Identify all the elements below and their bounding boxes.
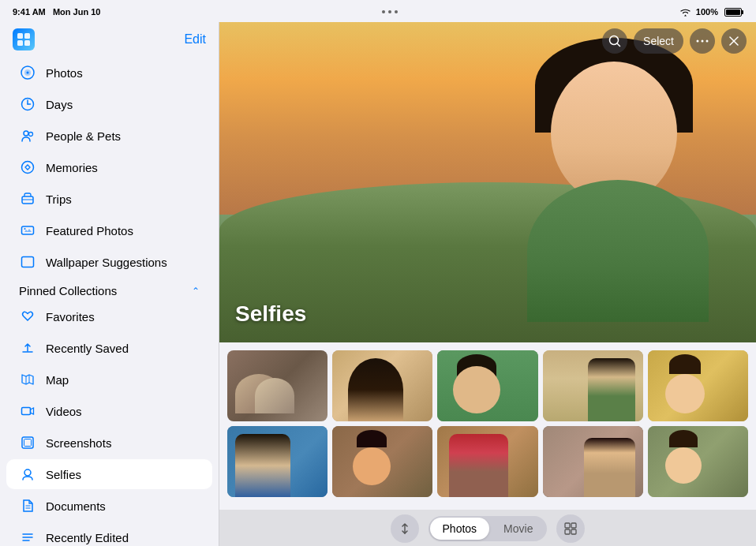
map-icon [19,371,36,388]
sidebar-item-favorites[interactable]: Favorites [6,301,212,331]
sidebar-header: Edit [0,22,219,57]
map-label: Map [46,373,69,387]
sidebar-item-recently-edited[interactable]: Recently Edited [6,522,212,546]
sidebar-item-documents[interactable]: Documents [6,491,212,521]
svg-rect-21 [24,439,32,447]
chevron-down-icon: ⌃ [192,286,200,297]
svg-point-9 [29,133,33,136]
thumbnail-item[interactable] [227,350,327,421]
sort-button[interactable] [391,514,419,543]
status-right: 100% [679,7,743,17]
sidebar-item-photos[interactable]: Photos [6,58,212,88]
wifi-icon [679,8,691,17]
select-button[interactable]: Select [634,28,683,54]
sidebar-item-videos[interactable]: Videos [6,396,212,426]
svg-rect-0 [17,33,23,39]
days-label: Days [46,98,73,111]
svg-rect-40 [565,529,570,534]
sidebar-item-screenshots[interactable]: Screenshots [6,428,212,458]
thumbnail-item[interactable] [227,426,327,497]
thumbnail-item[interactable] [648,426,748,497]
photos-view-button[interactable]: Photos [430,518,490,540]
memories-label: Memories [46,161,98,174]
documents-icon [19,497,36,514]
favorites-label: Favorites [46,310,95,323]
hero-title: Selfies [235,301,306,327]
wallpaper-icon [19,253,36,271]
featured-photos-icon [19,222,36,239]
recently-edited-icon [19,529,36,546]
thumbnail-item[interactable] [543,350,643,421]
thumbnail-item[interactable] [332,426,432,497]
svg-rect-13 [22,226,34,234]
svg-point-10 [22,162,34,174]
thumbnail-row-1 [227,350,748,421]
app-logo [13,28,35,50]
sidebar-item-wallpaper[interactable]: Wallpaper Suggestions [6,247,212,277]
sidebar-item-memories[interactable]: Memories [6,152,212,182]
wallpaper-label: Wallpaper Suggestions [46,256,167,269]
svg-point-33 [697,40,699,43]
more-button[interactable] [690,28,715,54]
sidebar-item-people-pets[interactable]: People & Pets [6,121,212,151]
people-pets-label: People & Pets [46,129,121,143]
sidebar-item-trips[interactable]: Trips [6,184,212,214]
selfies-icon [19,466,36,483]
svg-line-32 [617,43,620,47]
svg-rect-19 [22,408,31,415]
status-bar: 9:41 AM Mon Jun 10 100% [0,0,756,22]
thumbnail-item[interactable] [332,350,432,421]
svg-rect-38 [565,523,570,528]
thumbnail-item[interactable] [543,426,643,497]
thumbnail-item[interactable] [437,426,537,497]
svg-rect-2 [17,40,23,46]
sidebar-item-recently-saved[interactable]: Recently Saved [6,333,212,363]
bottom-bar: Photos Movie [219,510,756,546]
status-time: 9:41 AM Mon Jun 10 [13,7,100,17]
grid-view-button[interactable] [556,514,585,543]
trips-icon [19,190,36,208]
close-button[interactable] [721,28,747,54]
svg-rect-39 [571,523,576,528]
people-pets-icon [19,127,36,144]
svg-point-22 [24,469,31,476]
hero-background [219,22,756,342]
device-frame: 9:41 AM Mon Jun 10 100% [0,0,756,546]
svg-point-35 [706,40,709,43]
content-area: Select [219,22,756,546]
memories-icon [19,159,36,176]
search-button[interactable] [602,28,627,54]
svg-rect-1 [24,33,30,39]
photos-icon [19,64,36,81]
battery-percent: 100% [696,7,718,17]
recently-edited-label: Recently Edited [46,531,129,544]
svg-point-14 [24,228,26,230]
svg-rect-15 [22,257,34,267]
recently-saved-label: Recently Saved [46,342,129,355]
view-toggle: Photos Movie [429,516,548,541]
status-dots [382,10,398,13]
thumbnail-item[interactable] [648,350,748,421]
sidebar-item-featured-photos[interactable]: Featured Photos [6,215,212,245]
edit-button[interactable]: Edit [184,32,206,47]
close-icon [729,36,739,46]
more-icon [696,39,709,43]
sort-icon [399,522,411,535]
videos-label: Videos [46,405,82,418]
pinned-collections-header[interactable]: Pinned Collections ⌃ [6,279,212,299]
thumbnails-section [219,342,756,510]
trips-label: Trips [46,193,72,206]
movie-view-button[interactable]: Movie [491,518,545,540]
svg-rect-41 [571,529,576,534]
thumbnail-item[interactable] [437,350,537,421]
photos-label: Photos [46,66,83,80]
screenshots-label: Screenshots [46,436,111,450]
grid-icon [564,522,577,535]
videos-icon [19,402,36,420]
battery-icon [723,8,743,17]
svg-point-6 [27,72,29,74]
sidebar-item-map[interactable]: Map [6,365,212,395]
sidebar-item-days[interactable]: Days [6,89,212,119]
sidebar-item-selfies[interactable]: Selfies [6,459,212,489]
main-layout: Edit Photos Days People & Pets [0,22,756,546]
